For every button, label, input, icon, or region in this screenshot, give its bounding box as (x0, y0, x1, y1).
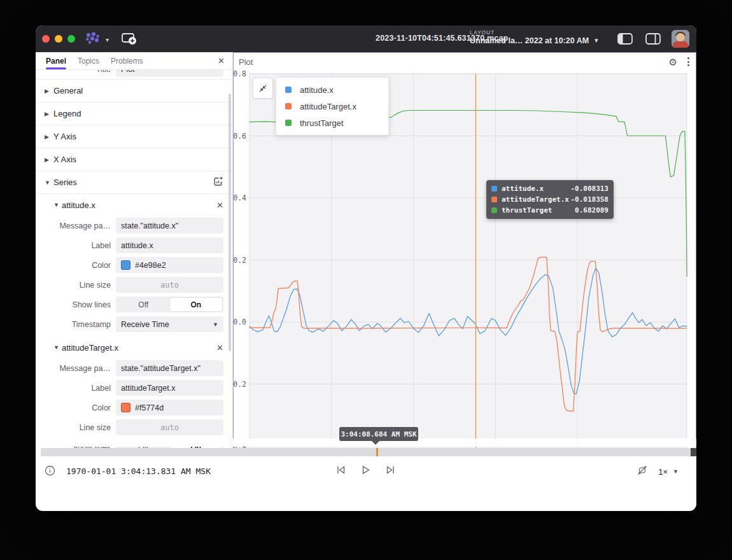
main-area: Panel Topics Problems ✕ Title Plot ▶ Gen… (36, 52, 696, 465)
plot-panel-title: Plot (239, 57, 253, 67)
close-window-button[interactable] (42, 35, 50, 43)
play-button[interactable] (360, 464, 372, 479)
data-source-chevron-icon[interactable]: ▾ (106, 36, 109, 43)
info-icon[interactable] (45, 465, 55, 479)
message-path-label: Message pa… (36, 364, 111, 373)
toggle-right-sidebar-icon[interactable] (645, 33, 661, 47)
chevron-down-icon: ▼ (53, 202, 62, 208)
series-color-swatch (491, 207, 497, 213)
hover-tooltip: attitude.x -0.008313 attitudeTarget.x -0… (486, 180, 614, 219)
line-size-input[interactable]: auto (116, 277, 223, 293)
line-size-label: Line size (36, 423, 111, 432)
seek-forward-button[interactable] (384, 464, 397, 479)
label-label: Label (36, 241, 111, 250)
add-series-icon[interactable] (213, 176, 223, 188)
loop-disabled-icon[interactable] (637, 465, 648, 479)
layout-selector[interactable]: LAYOUT Unnamed la… 2022 at 10:20 AM (470, 29, 589, 45)
section-x-axis[interactable]: ▶ X Axis (36, 148, 232, 171)
kebab-menu-icon[interactable] (686, 56, 691, 67)
series-color-swatch (491, 197, 497, 202)
timestamp-select[interactable]: Receive Time ▼ (116, 316, 223, 332)
series-color-swatch (285, 87, 292, 93)
svg-text:0.6: 0.6 (234, 132, 246, 141)
timestamp-label: Timestamp (36, 320, 111, 329)
title-row-clipped: Title Plot (36, 70, 232, 79)
gear-icon[interactable]: ⚙ (669, 57, 677, 67)
series-header-attitudetarget-x[interactable]: ▼ attitudeTarget.x ✕ (36, 337, 232, 358)
chevron-down-icon: ▼ (45, 179, 53, 186)
show-lines-on[interactable]: On (170, 298, 223, 311)
section-general[interactable]: ▶ General (36, 80, 232, 102)
playhead-marker[interactable] (376, 448, 378, 456)
delete-series-icon[interactable]: ✕ (216, 200, 223, 210)
color-label: Color (36, 261, 111, 270)
color-swatch (121, 403, 130, 412)
svg-text:0.4: 0.4 (234, 193, 246, 202)
layout-chevron-icon[interactable]: ▾ (595, 36, 598, 45)
svg-text:0.2: 0.2 (234, 256, 246, 265)
close-sidebar-icon[interactable]: ✕ (218, 56, 225, 66)
chevron-down-icon: ▼ (53, 344, 62, 351)
scrubber-end-cap (691, 448, 696, 456)
legend-item-attitudetarget-x[interactable]: attitudeTarget.x (276, 98, 388, 115)
maximize-window-button[interactable] (67, 35, 75, 43)
collapse-legend-button[interactable] (253, 78, 273, 99)
toggle-left-sidebar-icon[interactable] (617, 33, 633, 47)
svg-text:0.8: 0.8 (234, 71, 246, 78)
minimize-window-button[interactable] (55, 35, 62, 43)
message-path-input[interactable]: state."attitude.x" (116, 218, 223, 234)
tab-panel[interactable]: Panel (46, 52, 66, 69)
playback-bar: 1970-01-01 3:04:13.831 AM MSK (36, 456, 696, 486)
legend-item-attitude-x[interactable]: attitude.x (276, 81, 388, 98)
chevron-right-icon: ▶ (45, 111, 53, 117)
line-size-input[interactable]: auto (116, 419, 223, 435)
title-field-label: Title (36, 70, 111, 74)
settings-sidebar: Panel Topics Problems ✕ Title Plot ▶ Gen… (36, 52, 233, 465)
chevron-right-icon: ▶ (45, 88, 53, 94)
add-panel-icon[interactable] (121, 32, 137, 48)
layout-name: Unnamed la… 2022 at 10:20 AM (470, 36, 589, 45)
label-input[interactable]: attitudeTarget.x (116, 380, 223, 396)
show-lines-toggle: Off On (116, 297, 223, 312)
color-input[interactable]: #4e98e2 (116, 257, 223, 273)
legend-item-thrusttarget[interactable]: thrustTarget (276, 115, 388, 131)
label-label: Label (36, 384, 111, 393)
tooltip-value: -0.018358 (570, 195, 609, 204)
section-series[interactable]: ▼ Series (36, 171, 232, 194)
show-lines-label: Show lines (36, 300, 111, 309)
sidebar-scrollbar[interactable] (229, 94, 231, 351)
delete-series-icon[interactable]: ✕ (216, 343, 223, 353)
chevron-right-icon: ▶ (45, 157, 53, 163)
color-input[interactable]: #f5774d (116, 400, 223, 416)
section-legend[interactable]: ▶ Legend (36, 102, 232, 125)
sidebar-tabbar: Panel Topics Problems ✕ (36, 52, 232, 70)
playback-speed-select[interactable]: 1× ▼ (658, 467, 679, 477)
title-field-input[interactable]: Plot (116, 70, 223, 77)
tab-problems[interactable]: Problems (111, 52, 143, 69)
line-size-label: Line size (36, 281, 111, 290)
svg-text:0.0: 0.0 (234, 318, 246, 326)
seek-backward-button[interactable] (335, 464, 347, 479)
chevron-right-icon: ▶ (45, 134, 53, 140)
series-header-attitude-x[interactable]: ▼ attitude.x ✕ (36, 194, 232, 216)
tooltip-value: 0.682089 (575, 206, 609, 214)
playback-controls (335, 464, 397, 479)
color-label: Color (36, 403, 111, 412)
layout-label: LAYOUT (470, 29, 589, 36)
message-path-label: Message pa… (36, 221, 111, 230)
plot-panel-header: Plot ⚙ (234, 53, 696, 71)
playback-scrubber[interactable] (41, 448, 691, 456)
series-color-swatch (285, 120, 292, 126)
chevron-down-icon: ▼ (213, 321, 218, 328)
series-color-swatch (491, 186, 497, 192)
section-y-axis[interactable]: ▶ Y Axis (36, 125, 232, 148)
message-path-input[interactable]: state."attitudeTarget.x" (116, 360, 223, 376)
label-input[interactable]: attitude.x (116, 237, 223, 253)
titlebar: ▾ 2023-11-10T04:51:45.631370.mcap LAYOUT… (36, 25, 696, 52)
svg-text:-0.2: -0.2 (234, 380, 246, 389)
tab-topics[interactable]: Topics (78, 52, 99, 69)
user-avatar[interactable] (672, 30, 689, 48)
foxglove-logo[interactable] (84, 32, 103, 47)
plot-panel: Plot ⚙ 0.80.60.40.20.0-0.2-0.40.00246810… (233, 52, 696, 465)
show-lines-off[interactable]: Off (117, 298, 170, 311)
